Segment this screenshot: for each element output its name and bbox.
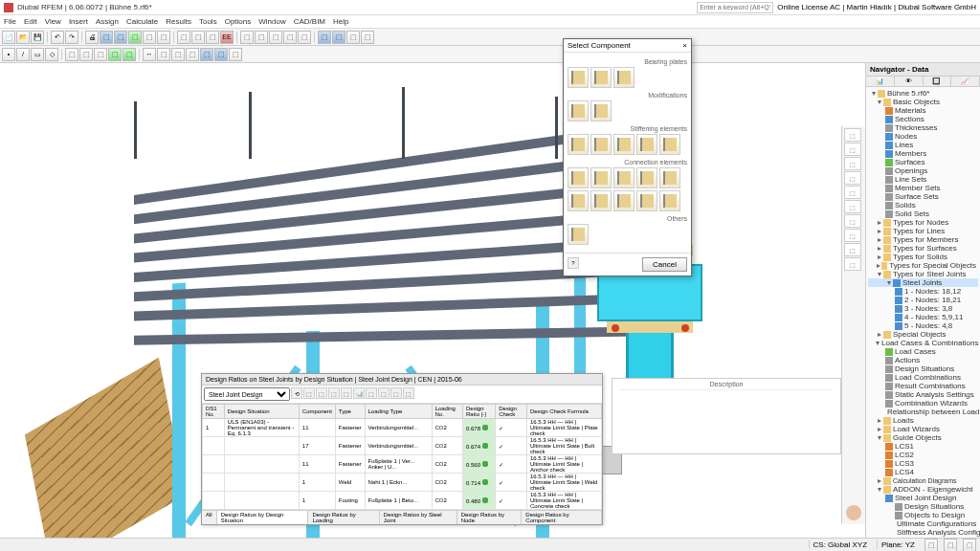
tool-button[interactable]: ⬚ [100,31,113,44]
menu-view[interactable]: View [45,17,61,26]
tool-button[interactable]: ⬚ [143,31,156,44]
view-tool[interactable]: ⬚ [844,214,861,228]
tool-button[interactable]: ◇ [45,48,58,61]
results-tab[interactable]: Design Ratios by Loading [308,511,379,524]
view-tool[interactable]: ⬚ [844,229,861,242]
menu-edit[interactable]: Edit [24,17,37,26]
component-item[interactable] [568,190,589,211]
results-tool[interactable]: ⟲ [291,387,302,399]
tree-item[interactable]: ▾Types for Steel Joints [868,270,978,278]
col-header[interactable]: Design Ratio [-] [463,405,496,419]
view-tool[interactable]: ⬚ [844,128,861,142]
tree-item[interactable]: Line Sets [868,175,978,184]
component-item[interactable] [613,134,635,155]
tree-item[interactable]: Members [868,149,978,158]
col-header[interactable]: Design Check [496,405,527,419]
results-tool[interactable]: ⬚ [328,387,340,399]
tree-item[interactable]: Load Combinations [868,373,978,382]
tree-item[interactable]: ▾Load Cases & Combinations [868,339,978,347]
results-tab[interactable]: Design Ratios by Node [457,511,523,524]
component-item[interactable] [568,224,589,245]
col-header[interactable]: Design Check Formula [526,405,601,419]
component-item[interactable] [568,167,589,188]
table-row[interactable]: 1WeldNaht 1 | Eckn...CO20.714 ✓16.5.3 HH… [203,474,602,492]
status-tool[interactable]: ⬚ [944,539,957,552]
tool-button[interactable]: • [2,48,15,61]
tree-item[interactable]: Surfaces [868,158,978,166]
tree-item[interactable]: ▸Calculation Diagrams [868,476,978,485]
results-tool[interactable]: 📊 [353,387,365,399]
tree-item[interactable]: Nodes [868,132,978,141]
tool-button[interactable]: EE [220,31,234,44]
tree-item[interactable]: Member Sets [868,184,978,192]
tool-button[interactable]: ⬚ [361,31,374,44]
tree-item[interactable]: LCS1 [868,442,978,451]
component-item[interactable] [613,167,635,188]
table-row[interactable]: 11FastenerFußplatte 1 | Ver... Anker | U… [203,455,602,474]
nav-tab-results[interactable]: 📈 [951,77,980,86]
col-header[interactable]: DS1 No. [203,405,225,419]
tree-item[interactable]: ▸Loads [868,416,978,425]
tool-button[interactable]: ⬚ [122,48,136,61]
tree-item[interactable]: Result Combinations [868,382,978,390]
view-tool[interactable]: ⬚ [844,143,861,156]
component-item[interactable] [636,134,657,155]
tree-steel-joints[interactable]: ▾Steel Joints [868,278,978,287]
results-tool[interactable]: ⬚ [366,387,377,399]
tool-button[interactable]: ⬚ [108,48,122,61]
menu-options[interactable]: Options [225,17,252,26]
search-input[interactable] [697,2,773,13]
tree-item[interactable]: Load Cases [868,347,978,356]
results-tab[interactable]: All [202,511,217,524]
menu-help[interactable]: Help [333,17,348,26]
tree-item[interactable]: Materials [868,106,978,115]
component-item[interactable] [568,67,589,88]
component-item[interactable] [590,134,612,155]
results-tool[interactable]: ⬚ [341,387,352,399]
col-header[interactable]: Design Situation [224,405,299,419]
redo-button[interactable]: ↷ [65,31,78,44]
component-item[interactable] [590,100,612,121]
table-row[interactable]: 1ULS (EN1A03) - Permanent and transient … [203,419,602,437]
nav-tab-data[interactable]: 📊 [866,77,895,86]
tree-item[interactable]: 2 - Nodes: 18,21 [868,296,978,304]
tree-item[interactable]: Openings [868,166,978,175]
tree-item[interactable]: 5 - Nodes: 4,8 [868,321,978,330]
tree-item[interactable]: ▸Load Wizards [868,425,978,433]
close-icon[interactable]: × [682,41,687,50]
tree-item[interactable]: Static Analysis Settings [868,390,978,399]
results-tool[interactable]: ⬚ [303,387,315,399]
tool-button[interactable]: ⬚ [157,48,170,61]
results-tab[interactable]: Design Ratios by Component [522,511,602,524]
tool-button[interactable]: ⬚ [318,31,331,44]
tree-item[interactable]: ▸Types for Special Objects [868,261,978,270]
help-button[interactable]: ? [568,257,579,269]
tool-button[interactable]: ⬚ [114,31,127,44]
component-item[interactable] [659,190,680,211]
tree-item[interactable]: Ultimate Configurations [868,519,978,528]
tree-item[interactable]: Thicknesses [868,123,978,132]
status-tool[interactable]: ⬚ [924,539,938,552]
tree-item[interactable]: ▸Types for Solids [868,253,978,261]
menu-insert[interactable]: Insert [69,17,88,26]
tree-item[interactable]: Solid Sets [868,209,978,218]
component-item[interactable] [636,190,657,211]
nav-tab-display[interactable]: 👁 [895,77,924,86]
component-item[interactable] [613,190,635,211]
tree-item[interactable]: Combination Wizards [868,399,978,408]
print-button[interactable]: 🖨 [85,31,99,44]
tool-button[interactable]: / [16,48,30,61]
tree-root[interactable]: ▾Bühne 5.rf6* [868,89,978,98]
navigator-tree[interactable]: ▾Bühne 5.rf6* ▾Basic Objects Materials S… [866,87,980,538]
tree-item[interactable]: Relationship between Load Cases [868,408,978,416]
tool-button[interactable]: ▭ [31,48,44,61]
col-header[interactable]: Loading No. [432,405,462,419]
view-tool[interactable]: ⬚ [844,171,861,185]
component-item[interactable] [590,167,612,188]
tree-item[interactable]: ▸Types for Surfaces [868,244,978,253]
tree-item[interactable]: ▸Types for Members [868,235,978,244]
tool-button[interactable]: ⬚ [177,31,190,44]
results-tool[interactable]: ⬚ [390,387,402,399]
tree-item[interactable]: Solids [868,201,978,209]
results-tab[interactable]: Design Ratios by Steel Joint [380,511,457,524]
